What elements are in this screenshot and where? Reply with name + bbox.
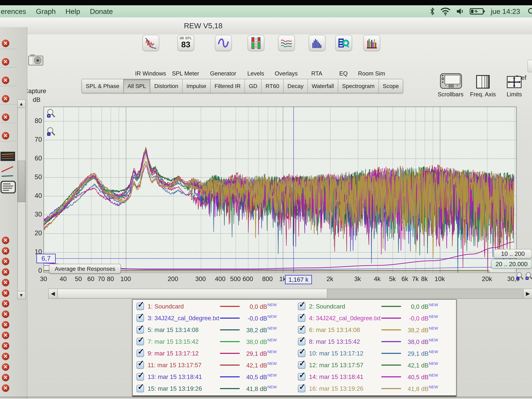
sidebar-scrollbar[interactable]: ▲ ▼	[17, 100, 25, 299]
spl-plot-area[interactable]: + -	[44, 107, 517, 273]
sidebar-scroll-up-arrow[interactable]: ▲	[18, 100, 25, 108]
zoom-out-icon-bottom[interactable]: -	[515, 272, 525, 281]
menu-item-donate[interactable]: Donate	[90, 7, 113, 15]
legend-checkbox[interactable]: ✓	[298, 385, 305, 392]
zoom-in-icon-bottom[interactable]: +	[525, 272, 532, 281]
delete-measurement-icon[interactable]: ✕	[2, 114, 9, 121]
volume-icon[interactable]	[456, 7, 464, 15]
legend-checkbox[interactable]: ✓	[298, 303, 305, 310]
delete-measurement-icon[interactable]: ✕	[2, 247, 9, 254]
legend-measurement-label[interactable]: 4: 34J242_cal_0degree.txt	[309, 315, 381, 322]
wifi-icon[interactable]	[440, 7, 450, 15]
tab-decay[interactable]: Decay	[284, 79, 308, 93]
legend-checkbox[interactable]: ✓	[137, 350, 144, 357]
capture-camera-icon[interactable]	[28, 54, 44, 66]
delete-measurement-icon[interactable]: ✕	[2, 95, 9, 102]
average-responses-button[interactable]: Average the Responses	[49, 264, 121, 274]
legend-checkbox[interactable]: ✓	[137, 373, 144, 380]
legend-measurement-label[interactable]: 8: mar 15 13:15:42	[309, 338, 381, 345]
delete-measurement-icon[interactable]: ✕	[2, 289, 9, 297]
legend-measurement-label[interactable]: 12: mar 15 13:17:57	[309, 361, 381, 369]
legend-measurement-label[interactable]: 6: mar 15 13:14:08	[309, 326, 381, 333]
delete-measurement-icon[interactable]: ✕	[2, 310, 9, 318]
freq-axis-icon[interactable]	[476, 75, 490, 89]
levels-button[interactable]: 0 3 6 9	[248, 35, 264, 51]
range-button-10-200[interactable]: 10 .. 200	[494, 249, 532, 258]
delete-measurement-icon[interactable]: ✕	[2, 332, 9, 339]
scrollbars-icon[interactable]	[440, 73, 462, 89]
legend-measurement-label[interactable]: 16: mar 15 13:19:26	[309, 385, 381, 392]
legend-checkbox[interactable]: ✓	[137, 303, 144, 310]
legend-measurement-label[interactable]: 9: mar 15 13:17:12	[148, 350, 220, 357]
preferences-icon[interactable]	[527, 60, 532, 72]
delete-measurement-icon[interactable]: ✕	[2, 258, 9, 265]
zoom-in-icon[interactable]: +	[46, 108, 56, 119]
tab-spectrogram[interactable]: Spectrogram	[338, 79, 379, 93]
frequency-scrollbar[interactable]: ◀ ▶	[48, 289, 532, 299]
legend-checkbox[interactable]: ✓	[298, 326, 305, 334]
menu-item-preferences[interactable]: erences	[1, 7, 26, 15]
tab-rt60[interactable]: RT60	[261, 79, 283, 93]
delete-measurement-icon[interactable]: ✕	[2, 76, 9, 84]
range-button-20-20000[interactable]: 20 .. 20.000	[491, 260, 532, 269]
legend-checkbox[interactable]: ✓	[298, 373, 305, 380]
delete-measurement-icon[interactable]: ✕	[2, 363, 9, 371]
battery-icon[interactable]	[470, 7, 485, 15]
bluetooth-icon[interactable]	[430, 7, 435, 15]
tab-gd[interactable]: GD	[245, 79, 262, 93]
legend-checkbox[interactable]: ✓	[298, 314, 305, 322]
scrollbar-thumb[interactable]	[58, 289, 327, 298]
delete-measurement-icon[interactable]: ✕	[2, 132, 9, 139]
delete-measurement-icon[interactable]: ✕	[2, 58, 9, 65]
rta-button[interactable]	[309, 35, 325, 51]
legend-measurement-label[interactable]: 3: 34J242_cal_0degree.txt	[148, 315, 220, 322]
legend-measurement-label[interactable]: 1: Soundcard	[148, 303, 220, 310]
legend-checkbox[interactable]: ✓	[298, 350, 305, 357]
legend-checkbox[interactable]: ✓	[137, 385, 144, 392]
menu-item-help[interactable]: Help	[65, 7, 80, 15]
tab-all-spl[interactable]: All SPL	[124, 79, 150, 93]
legend-measurement-label[interactable]: 5: mar 15 13:14:08	[148, 326, 220, 333]
zoom-out-icon[interactable]: -	[46, 127, 56, 137]
tab-spl-phase[interactable]: SPL & Phase	[82, 79, 124, 93]
legend-measurement-label[interactable]: 2: Soundcard	[309, 303, 381, 310]
ir-windows-button[interactable]	[142, 35, 159, 51]
legend-checkbox[interactable]: ✓	[298, 361, 305, 369]
generator-button[interactable]	[215, 35, 232, 51]
scroll-left-arrow[interactable]: ◀	[49, 289, 57, 298]
sidebar-scroll-down-arrow[interactable]: ▼	[18, 291, 25, 299]
delete-measurement-icon[interactable]: ✕	[2, 279, 9, 286]
legend-checkbox[interactable]: ✓	[298, 338, 305, 345]
delete-measurement-icon[interactable]: ✕	[2, 342, 9, 349]
tab-filtered-ir[interactable]: Filtered IR	[210, 79, 245, 93]
legend-measurement-label[interactable]: 7: mar 15 13:15:42	[148, 338, 220, 345]
spl-meter-button[interactable]: dB SPL 83	[177, 35, 194, 51]
room-sim-button[interactable]	[363, 35, 380, 51]
delete-measurement-icon[interactable]: ✕	[2, 353, 9, 360]
spotlight-search-icon[interactable]	[527, 7, 532, 15]
legend-checkbox[interactable]: ✓	[137, 361, 144, 369]
overlays-button[interactable]	[278, 35, 295, 51]
limits-icon[interactable]	[507, 76, 522, 88]
tab-impulse[interactable]: Impulse	[183, 79, 211, 93]
scroll-right-arrow[interactable]: ▶	[523, 289, 532, 298]
tab-scope[interactable]: Scope	[379, 79, 403, 93]
delete-measurement-icon[interactable]: ✕	[2, 237, 9, 244]
delete-measurement-icon[interactable]: ✕	[2, 300, 9, 307]
legend-measurement-label[interactable]: 14: mar 15 13:18:41	[309, 373, 381, 380]
delete-measurement-icon[interactable]: ✕	[2, 40, 9, 47]
delete-measurement-icon[interactable]: ✕	[2, 321, 9, 328]
eq-button[interactable]	[336, 35, 352, 51]
tab-waterfall[interactable]: Waterfall	[308, 79, 338, 93]
legend-measurement-label[interactable]: 15: mar 15 13:19:26	[148, 385, 220, 392]
tab-distortion[interactable]: Distortion	[150, 79, 183, 93]
delete-measurement-icon[interactable]: ✕	[2, 384, 9, 392]
legend-checkbox[interactable]: ✓	[137, 314, 144, 322]
sidebar-scrollbar-thumb[interactable]	[18, 161, 25, 202]
legend-measurement-label[interactable]: 10: mar 15 13:17:12	[309, 350, 381, 357]
legend-measurement-label[interactable]: 13: mar 15 13:18:41	[148, 373, 220, 380]
legend-measurement-label[interactable]: 11: mar 15 13:17:57	[148, 361, 220, 369]
legend-checkbox[interactable]: ✓	[137, 338, 144, 345]
delete-measurement-icon[interactable]: ✕	[2, 374, 9, 381]
legend-checkbox[interactable]: ✓	[137, 326, 144, 334]
